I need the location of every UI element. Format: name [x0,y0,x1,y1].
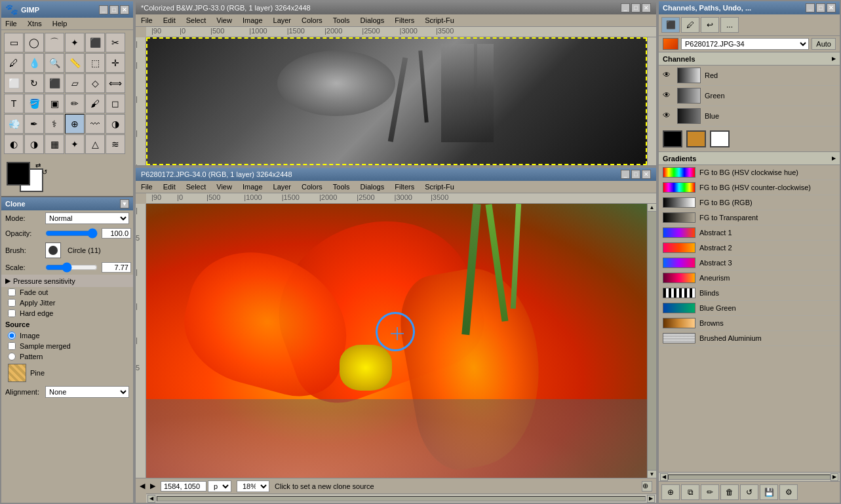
bw-restore-button[interactable]: □ [631,3,640,12]
right-new-button[interactable]: ⊕ [661,484,680,500]
scroll-left-button[interactable]: ◀ [147,495,155,503]
unit-select[interactable]: px [208,480,231,492]
menu-help[interactable]: Help [50,19,70,28]
opacity-slider[interactable] [45,231,98,236]
right-settings-button[interactable]: ⚙ [779,484,798,500]
gradient-row-3[interactable]: FG to Transparent [659,210,840,225]
bw-menu-layer[interactable]: Layer [271,16,294,25]
tab-paths[interactable]: 🖊 [681,17,699,33]
tool-paths[interactable]: 🖊 [4,53,24,73]
channel-row-red[interactable]: 👁 Red [659,66,840,86]
nav-right-icon[interactable]: ▶ [150,482,155,490]
tool-crop[interactable]: ⬜ [4,73,24,93]
tool-fuzzy-select[interactable]: ✦ [65,33,85,52]
tool-shear[interactable]: ▱ [65,73,85,93]
bw-menu-tools[interactable]: Tools [330,16,353,25]
right-scroll-track[interactable] [668,475,831,480]
swap-colors-icon[interactable]: ⇄ [35,162,41,169]
tool-ink[interactable]: ✒ [24,114,44,134]
bw-menu-scriptfu[interactable]: Script-Fu [422,16,457,25]
reset-colors-icon[interactable]: ↺ [42,168,47,176]
color-menu-image[interactable]: Image [240,182,265,191]
color-menu-colors[interactable]: Colors [299,182,325,191]
gradient-row-11[interactable]: Brushed Aluminium [659,331,840,346]
tool-blend[interactable]: ▣ [45,94,64,113]
toolbox-minimize-button[interactable]: _ [99,5,108,14]
scrollbar-up-button[interactable]: ▲ [648,204,656,212]
bw-menu-edit[interactable]: Edit [161,16,178,25]
tool-foreground-select[interactable]: ≋ [106,134,125,154]
foreground-color-swatch[interactable] [7,162,30,185]
fg-color-swatch[interactable] [663,130,682,147]
auto-button[interactable]: Auto [812,38,836,50]
tool-scale[interactable]: ⬛ [45,73,64,93]
color-menu-filters[interactable]: Filters [392,182,417,191]
tool-select-color[interactable]: ⬛ [85,33,105,52]
tool-airbrush[interactable]: 💨 [4,114,24,134]
brush-preview[interactable] [45,242,61,258]
right-minimize-button[interactable]: _ [806,3,815,12]
color-scrollbar-right[interactable]: ▲ ▼ [647,204,656,478]
tool-perspective[interactable]: ◇ [85,73,105,93]
bw-menu-view[interactable]: View [214,16,235,25]
tool-move[interactable]: ✛ [106,53,125,73]
right-refresh-button[interactable]: ↺ [740,484,758,500]
gradient-row-6[interactable]: Abstract 3 [659,256,840,271]
tool-text[interactable]: T [4,94,24,113]
gradient-row-5[interactable]: Abstract 2 [659,241,840,256]
pattern-radio[interactable] [8,353,16,360]
gradients-expand-icon[interactable]: ▸ [832,154,836,163]
channel-eye-red[interactable]: 👁 [663,70,673,81]
tool-measure[interactable]: 📏 [65,53,85,73]
gradient-row-4[interactable]: Abstract 1 [659,225,840,241]
channel-row-green[interactable]: 👁 Green [659,86,840,106]
gradient-row-1[interactable]: FG to BG (HSV counter-clockwise) [659,180,840,195]
tool-burn[interactable]: ◐ [4,134,24,154]
bw-menu-image[interactable]: Image [240,16,265,25]
mid-color-swatch[interactable] [686,130,706,147]
tool-color-picker[interactable]: 💧 [24,53,44,73]
color-menu-file[interactable]: File [138,182,155,191]
gradient-row-2[interactable]: FG to BG (RGB) [659,195,840,210]
color-minimize-button[interactable]: _ [621,170,630,179]
scrollbar-down-button[interactable]: ▼ [648,470,656,478]
gradient-row-8[interactable]: Blinds [659,286,840,301]
pressure-expander[interactable]: ▶ Pressure sensitivity [1,275,133,287]
tab-more[interactable]: ... [720,17,739,33]
right-edit-button[interactable]: ✏ [701,484,719,500]
image-select[interactable]: P6280172.JPG-34 [681,38,809,50]
tool-dodge2[interactable]: ◑ [24,134,44,154]
bw-menu-filters[interactable]: Filters [392,16,417,25]
bw-close-button[interactable]: ✕ [642,3,651,12]
scale-value-input[interactable] [102,262,131,273]
color-menu-dialogs[interactable]: Dialogs [358,182,387,191]
channel-eye-green[interactable]: 👁 [663,90,673,101]
tool-zoom[interactable]: 🔍 [45,53,64,73]
right-duplicate-button[interactable]: ⧉ [681,484,699,500]
tool-rect-select[interactable]: ▭ [4,33,24,52]
right-delete-button[interactable]: 🗑 [720,484,739,500]
right-scroll-right-button[interactable]: ▶ [831,473,838,481]
tool-rotate[interactable]: ↻ [24,73,44,93]
tool-bucket-fill[interactable]: 🪣 [24,94,44,113]
tool-ellipse-select[interactable]: ◯ [24,33,44,52]
gradient-row-0[interactable]: FG to BG (HSV clockwise hue) [659,165,840,180]
tool-dodge[interactable]: ◑ [106,114,125,134]
bw-menu-colors[interactable]: Colors [299,16,325,25]
color-menu-scriptfu[interactable]: Script-Fu [422,182,457,191]
toolbox-close-button[interactable]: ✕ [120,5,129,14]
coords-input[interactable] [161,481,206,492]
gradient-row-7[interactable]: Aneurism [659,271,840,286]
toolbox-maximize-button[interactable]: □ [109,5,119,14]
tool-pattern[interactable]: ▦ [45,134,64,154]
tool-smudge[interactable]: 〰 [85,114,105,134]
tool-flip[interactable]: ⟺ [106,73,125,93]
alignment-select[interactable]: None [45,386,129,398]
bg-color-swatch[interactable] [710,130,730,147]
tool-paintbrush[interactable]: 🖌 [85,94,105,113]
bw-menu-select[interactable]: Select [184,16,209,25]
pattern-swatch[interactable] [8,364,26,382]
image-radio[interactable] [8,332,16,339]
opacity-value-input[interactable] [102,228,131,239]
right-maximize-button[interactable]: □ [816,3,825,12]
